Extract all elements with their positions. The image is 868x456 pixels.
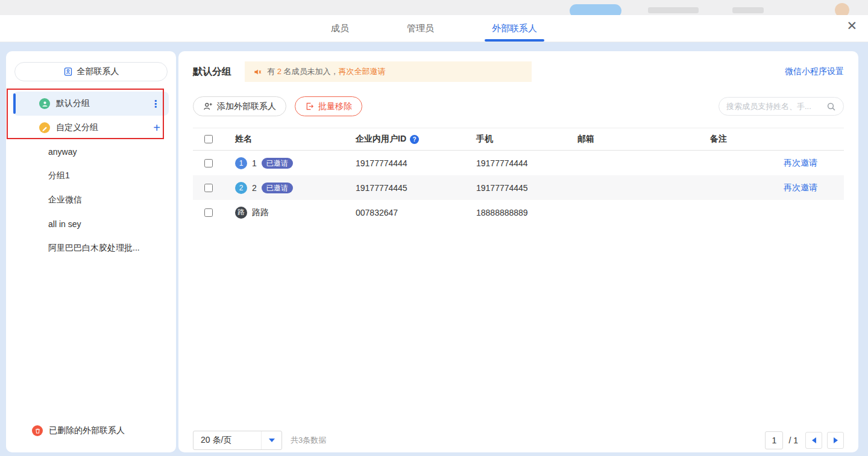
more-menu-icon[interactable]: ⋮	[151, 98, 160, 110]
page-body: 全部联系人 默认分组 ⋮ 自定义分组 + anyway 分组1 企业微信 a	[0, 42, 868, 456]
next-page-button[interactable]	[827, 432, 844, 449]
contacts-table: 姓名 企业内用户ID ? 手机 邮箱 备注 1 1 已邀请	[193, 128, 844, 225]
background-page-strip	[0, 0, 868, 15]
uninvited-count: 2	[277, 67, 281, 76]
page-number-input[interactable]	[765, 431, 783, 449]
background-button	[570, 4, 621, 15]
sidebar-item[interactable]: 企业微信	[13, 188, 169, 212]
avatar: 1	[235, 157, 247, 169]
header-phone: 手机	[476, 134, 577, 145]
header-note: 备注	[710, 134, 772, 145]
header-user-id: 企业内用户ID ?	[356, 134, 476, 145]
chevron-down-icon	[261, 431, 281, 449]
all-contacts-button[interactable]: 全部联系人	[14, 62, 168, 81]
total-pages-label: / 1	[788, 436, 798, 445]
batch-remove-icon	[305, 102, 314, 111]
user-id-cell: 19177774445	[356, 183, 476, 193]
pagination-bar: 20 条/页 共3条数据 / 1	[193, 431, 844, 450]
user-id-cell: 19177774444	[356, 158, 476, 168]
row-checkbox[interactable]	[204, 184, 213, 192]
tab-admins[interactable]: 管理员	[404, 15, 436, 42]
select-all-checkbox[interactable]	[204, 135, 213, 143]
invite-all-again-link[interactable]: 再次全部邀请	[338, 67, 385, 76]
header-email: 邮箱	[577, 134, 710, 145]
page-size-select[interactable]: 20 条/页	[193, 431, 282, 450]
main-panel: 默认分组 有 2 名成员未加入，再次全部邀请 微信小程序设置 添加外部联系人	[178, 51, 858, 452]
user-id-cell: 007832647	[356, 208, 476, 217]
add-button-label: 添加外部联系人	[217, 101, 276, 112]
table-header: 姓名 企业内用户ID ? 手机 邮箱 备注	[193, 128, 844, 151]
group-list: 默认分组 ⋮ 自定义分组 + anyway 分组1 企业微信 all in se…	[6, 92, 176, 260]
sidebar-item-deleted-contacts[interactable]: 已删除的外部联系人	[13, 420, 169, 442]
arrow-right-icon	[834, 437, 838, 443]
banner-text: 有 2 名成员未加入，再次全部邀请	[267, 66, 385, 77]
background-avatar	[835, 3, 849, 15]
total-count-label: 共3条数据	[291, 435, 326, 446]
avatar: 2	[235, 182, 247, 194]
notice-banner: 有 2 名成员未加入，再次全部邀请	[245, 61, 532, 82]
page-title: 默认分组	[193, 66, 231, 78]
phone-cell: 19177774445	[476, 183, 577, 193]
prev-page-button[interactable]	[805, 432, 822, 449]
row-checkbox[interactable]	[204, 208, 213, 217]
phone-cell: 18888888889	[476, 208, 577, 217]
close-icon[interactable]: ✕	[846, 19, 857, 32]
sidebar-item[interactable]: anyway	[13, 140, 169, 164]
search-input[interactable]	[726, 102, 823, 111]
invited-badge: 已邀请	[262, 183, 293, 193]
deleted-contacts-label: 已删除的外部联系人	[49, 425, 125, 436]
search-box	[719, 97, 844, 116]
toolbar: 添加外部联系人 批量移除	[193, 96, 844, 116]
search-icon[interactable]	[826, 102, 836, 111]
table-row: 2 2 已邀请 19177774445 19177774445 再次邀请	[193, 175, 844, 200]
miniprogram-settings-link[interactable]: 微信小程序设置	[785, 66, 844, 77]
trash-icon	[32, 425, 43, 436]
sidebar-item-custom-group[interactable]: 自定义分组 +	[13, 116, 169, 140]
add-external-contact-button[interactable]: 添加外部联系人	[193, 96, 286, 116]
contact-name: 路路	[252, 207, 269, 218]
header-name: 姓名	[235, 134, 356, 145]
tab-external-contacts[interactable]: 外部联系人	[489, 15, 539, 42]
sidebar-item[interactable]: all in sey	[13, 212, 169, 236]
batch-remove-button[interactable]: 批量移除	[295, 96, 362, 116]
pencil-icon	[39, 122, 50, 133]
tab-members[interactable]: 成员	[329, 15, 351, 42]
active-indicator	[13, 93, 16, 114]
contacts-book-icon	[63, 67, 73, 77]
invited-badge: 已邀请	[262, 158, 293, 169]
row-checkbox[interactable]	[204, 159, 213, 167]
page-size-label: 20 条/页	[193, 435, 261, 446]
background-icon	[732, 7, 764, 13]
sidebar-item-default-group[interactable]: 默认分组 ⋮	[13, 92, 169, 116]
sidebar-item[interactable]: 分组1	[13, 164, 169, 188]
sidebar: 全部联系人 默认分组 ⋮ 自定义分组 + anyway 分组1 企业微信 a	[6, 51, 176, 452]
remove-button-label: 批量移除	[318, 101, 352, 112]
main-header: 默认分组 有 2 名成员未加入，再次全部邀请 微信小程序设置	[193, 51, 844, 82]
group-label: 默认分组	[56, 98, 90, 109]
all-contacts-label: 全部联系人	[77, 66, 119, 77]
tab-bar: 成员 管理员 外部联系人	[0, 15, 868, 42]
background-icon	[648, 7, 699, 13]
person-icon	[39, 98, 50, 109]
phone-cell: 19177774444	[476, 158, 577, 168]
avatar: 路	[235, 207, 247, 219]
invite-again-link[interactable]: 再次邀请	[772, 158, 844, 169]
arrow-left-icon	[812, 437, 816, 443]
speaker-icon	[253, 67, 262, 77]
contact-name: 1	[252, 158, 257, 168]
group-label: 自定义分组	[56, 122, 98, 133]
add-group-icon[interactable]: +	[153, 122, 160, 134]
contact-name: 2	[252, 183, 257, 193]
table-row: 1 1 已邀请 19177774444 19177774444 再次邀请	[193, 151, 844, 175]
help-icon[interactable]: ?	[410, 135, 419, 144]
sidebar-item[interactable]: 阿里巴巴白木胶处理批...	[13, 236, 169, 260]
person-add-icon	[203, 102, 213, 111]
invite-again-link[interactable]: 再次邀请	[772, 183, 844, 193]
table-row: 路 路路 007832647 18888888889	[193, 200, 844, 225]
